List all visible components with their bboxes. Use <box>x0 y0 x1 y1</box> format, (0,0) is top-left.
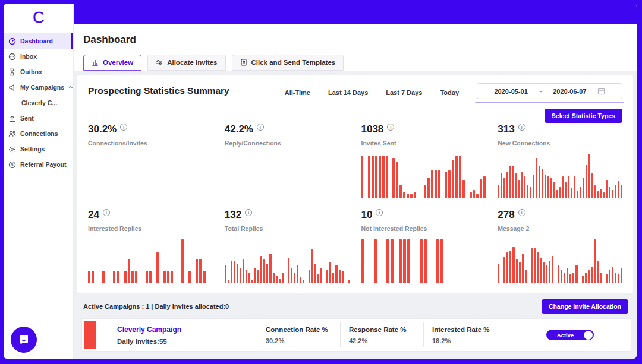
sidebar-item-connections[interactable]: Connections <box>4 126 73 141</box>
cleverly-logo-icon: C <box>33 8 45 27</box>
campaign-accent-bar <box>84 321 96 349</box>
metric-label: Connection Rate % <box>266 326 332 333</box>
chat-launcher-button[interactable] <box>11 327 37 353</box>
sidebar-item-my-campaigns[interactable]: My Campaigns <box>4 80 73 95</box>
sidebar-item-label: Connections <box>20 130 58 137</box>
info-icon[interactable]: i <box>518 124 525 131</box>
campaign-toggle-wrap: Active <box>546 330 594 340</box>
date-range-separator: ~ <box>539 88 542 95</box>
bar-chart-icon <box>92 59 99 66</box>
sidebar-item-outbox[interactable]: Outbox <box>4 64 73 80</box>
sent-upload-icon <box>8 115 16 122</box>
stat-label: Not Interested Replies <box>361 225 486 232</box>
inbox-icon <box>8 53 16 61</box>
sidebar-item-label: Inbox <box>20 53 37 60</box>
stat-value: 132 <box>225 210 241 220</box>
campaign-row: Cleverly Campaign Daily invites:55 Conne… <box>82 319 631 351</box>
dashboard-icon <box>8 37 16 45</box>
select-statistic-row: Select Statistic Types <box>77 100 633 123</box>
main-area: Dashboard Overview Allocate Invites Clic… <box>74 4 637 359</box>
date-range-start[interactable]: 2020-05-01 <box>495 88 528 95</box>
metric-label: Interested Rate % <box>432 326 498 333</box>
sidebar-item-label: Dashboard <box>20 37 53 45</box>
app-window: C Dashboard Inbox Outbox <box>4 4 637 359</box>
stat-value: 30.2% <box>88 124 117 134</box>
info-icon[interactable]: i <box>120 124 127 131</box>
filter-last-14-days[interactable]: Last 14 Days <box>328 89 368 96</box>
stat-card-message-2: 278 i Message 2 <box>498 210 622 283</box>
stat-card-not-interested-replies: 10 i Not Interested Replies <box>361 210 486 283</box>
info-icon[interactable]: i <box>103 209 110 216</box>
logo[interactable]: C <box>4 4 73 31</box>
change-invite-allocation-button[interactable]: Change Invite Allocation <box>542 299 628 314</box>
chat-bubble-icon <box>17 333 30 346</box>
stat-label: Interested Replies <box>88 225 213 232</box>
stat-card-interested-replies: 24 i Interested Replies <box>88 210 213 283</box>
info-icon[interactable]: i <box>518 209 525 216</box>
metric-value: 30.2% <box>266 337 332 344</box>
statistics-title: Prospecting Statistics Summary <box>88 86 229 96</box>
metric-response-rate: Response Rate % 42.2% <box>340 322 423 347</box>
sidebar-item-sent[interactable]: Sent <box>4 110 73 126</box>
info-icon[interactable]: i <box>387 124 394 131</box>
date-range-picker[interactable]: 2020-05-01 ~ 2020-06-07 <box>477 83 622 99</box>
stat-label: Total Replies <box>225 225 350 232</box>
campaign-active-toggle[interactable]: Active <box>546 330 594 340</box>
page-title: Dashboard <box>83 34 637 46</box>
sidebar-item-inbox[interactable]: Inbox <box>4 49 73 64</box>
sidebar-item-referral-payout[interactable]: $ Referral Payout <box>4 157 73 172</box>
stat-value: 10 <box>361 210 373 220</box>
tab-label: Allocate Invites <box>167 59 217 66</box>
metric-connection-rate: Connection Rate % 30.2% <box>257 322 340 347</box>
sidebar-nav: Dashboard Inbox Outbox My Campaigns <box>4 33 73 172</box>
metric-value: 18.2% <box>432 337 498 344</box>
connections-people-icon <box>8 130 16 138</box>
campaign-name-link[interactable]: Cleverly Campaign <box>117 325 257 334</box>
stat-value: 24 <box>88 210 99 220</box>
sidebar: C Dashboard Inbox Outbox <box>4 4 74 359</box>
stat-label: Connections/Invites <box>88 140 213 147</box>
campaigns-megaphone-icon <box>8 84 16 91</box>
filter-today[interactable]: Today <box>440 89 459 96</box>
stat-label: New Connections <box>498 140 622 147</box>
outbox-hourglass-icon <box>8 68 16 76</box>
filter-all-time[interactable]: All-Time <box>285 89 310 96</box>
tab-allocate-invites[interactable]: Allocate Invites <box>147 55 225 71</box>
stat-bar-chart <box>361 154 486 198</box>
filter-last-7-days[interactable]: Last 7 Days <box>386 89 422 96</box>
tab-label: Overview <box>103 59 133 66</box>
tab-label: Click and Send Templates <box>251 59 336 66</box>
sidebar-item-cleverly-campaign[interactable]: Cleverly C... <box>4 95 73 110</box>
sidebar-item-label: Settings <box>20 145 45 153</box>
stat-card-reply-connections: 42.2% i Reply/Connections <box>225 124 350 198</box>
top-bar <box>74 4 637 24</box>
settings-gear-icon <box>8 145 16 153</box>
sidebar-item-settings[interactable]: Settings <box>4 141 73 157</box>
active-campaigns-summary: Active Campaigns : 1 | Daily Invites all… <box>83 303 229 310</box>
info-icon[interactable]: i <box>376 209 383 216</box>
tab-overview[interactable]: Overview <box>83 55 141 71</box>
stat-card-total-replies: 132 i Total Replies <box>225 210 350 283</box>
stat-card-invites-sent: 1038 i Invites Sent <box>361 124 486 198</box>
metric-value: 42.2% <box>349 337 415 344</box>
sidebar-item-label: Cleverly C... <box>21 99 57 106</box>
metric-interested-rate: Interested Rate % 18.2% <box>423 322 506 347</box>
content-region: Prospecting Statistics Summary All-Time … <box>74 71 637 359</box>
statistics-panel-header: Prospecting Statistics Summary All-Time … <box>77 75 633 100</box>
date-range-end[interactable]: 2020-06-07 <box>553 88 586 95</box>
stat-card-new-connections: 313 i New Connections <box>498 124 622 198</box>
toggle-knob[interactable] <box>584 331 593 340</box>
tab-bar: Overview Allocate Invites Click and Send… <box>83 55 637 71</box>
stat-bar-chart <box>225 154 350 198</box>
info-icon[interactable]: i <box>245 209 252 216</box>
stat-cards-grid: 30.2% i Connections/Invites 42.2% i Repl… <box>77 123 633 293</box>
info-icon[interactable]: i <box>257 124 264 131</box>
statistics-panel: Prospecting Statistics Summary All-Time … <box>77 75 633 293</box>
tab-click-and-send-templates[interactable]: Click and Send Templates <box>232 55 344 71</box>
sidebar-item-label: Outbox <box>20 68 42 75</box>
select-statistic-types-button[interactable]: Select Statistic Types <box>545 109 622 123</box>
sidebar-item-label: My Campaigns <box>20 84 64 91</box>
stat-value: 1038 <box>361 124 384 134</box>
referral-dollar-icon: $ <box>8 161 16 169</box>
sidebar-item-dashboard[interactable]: Dashboard <box>4 33 73 49</box>
